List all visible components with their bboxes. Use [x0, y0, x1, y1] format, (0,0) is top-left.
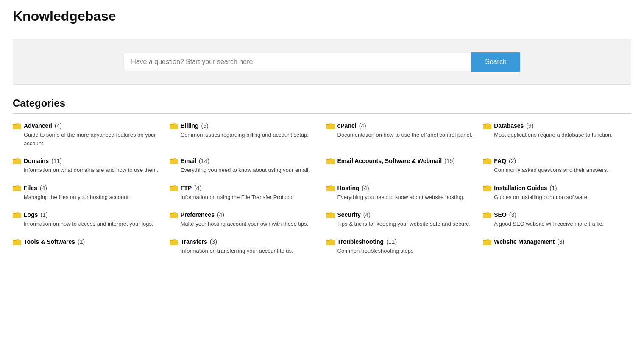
category-name: Email Accounts, Software & Webmail: [337, 158, 442, 164]
category-count: (11): [386, 238, 397, 245]
category-item: Troubleshooting (11) Common troubleshoot…: [326, 238, 475, 255]
category-link[interactable]: Logs: [24, 211, 38, 218]
category-desc: Guide to some of the more advanced featu…: [24, 131, 161, 147]
category-link[interactable]: Advanced: [24, 122, 52, 129]
category-count: (3): [210, 238, 217, 245]
category-title-row[interactable]: Installation Guides (1): [483, 185, 631, 191]
category-title-row[interactable]: SEO (3): [483, 211, 631, 218]
category-count: (3): [509, 211, 516, 218]
folder-icon: [13, 158, 21, 164]
category-title-row[interactable]: FAQ (2): [483, 158, 631, 164]
category-link[interactable]: Domains: [24, 158, 49, 164]
category-link[interactable]: Email Accounts, Software & Webmail: [337, 158, 442, 164]
svg-rect-89: [326, 213, 330, 214]
category-title-row[interactable]: Preferences (4): [170, 211, 318, 218]
category-desc: Tips & tricks for keeping your website s…: [337, 220, 475, 228]
category-count: (3): [557, 238, 564, 245]
category-link[interactable]: Tools & Softwares: [24, 238, 75, 245]
category-desc: Make your hosting account your own with …: [181, 220, 318, 228]
category-title-row[interactable]: Email Accounts, Software & Webmail (15): [326, 158, 475, 164]
category-count: (2): [509, 158, 516, 164]
category-count: (1): [78, 238, 85, 245]
categories-grid: Advanced (4) Guide to some of the more a…: [13, 122, 631, 265]
category-title-row[interactable]: FTP (4): [170, 185, 318, 191]
category-item: Advanced (4) Guide to some of the more a…: [13, 122, 161, 147]
category-link[interactable]: Preferences: [181, 211, 215, 218]
category-link[interactable]: Files: [24, 185, 37, 191]
category-link[interactable]: Billing: [181, 122, 199, 129]
category-link[interactable]: Website Management: [494, 238, 555, 245]
category-name: Domains: [24, 158, 49, 164]
category-title-row[interactable]: Website Management (3): [483, 238, 631, 245]
category-count: (4): [194, 185, 201, 191]
page-wrapper: Knowledgebase Search Categories Advanced…: [0, 0, 644, 274]
svg-rect-11: [170, 124, 173, 125]
svg-rect-35: [170, 159, 173, 160]
category-desc: Managing the files on your hosting accou…: [24, 193, 161, 202]
search-input[interactable]: [124, 53, 471, 71]
category-link[interactable]: Hosting: [337, 185, 360, 191]
category-item: Email Accounts, Software & Webmail (15): [326, 158, 475, 174]
category-link[interactable]: cPanel: [337, 122, 357, 129]
category-name: Billing: [181, 122, 199, 129]
category-name: Troubleshooting: [337, 238, 384, 245]
folder-icon: [326, 185, 335, 191]
category-link[interactable]: Transfers: [181, 238, 207, 245]
category-title-row[interactable]: Files (4): [13, 185, 161, 191]
folder-icon: [13, 122, 21, 129]
category-item: Files (4) Managing the files on your hos…: [13, 185, 161, 202]
category-desc: Information on using the File Transfer P…: [181, 193, 318, 202]
category-title-row[interactable]: Transfers (3): [170, 238, 318, 245]
category-desc: Everything you need to know about websit…: [337, 193, 475, 202]
category-link[interactable]: Email: [181, 158, 196, 164]
category-title-row[interactable]: Tools & Softwares (1): [13, 238, 161, 245]
category-count: (4): [217, 211, 224, 218]
category-title-row[interactable]: Domains (11): [13, 158, 161, 164]
category-name: Files: [24, 185, 37, 191]
category-link[interactable]: FAQ: [494, 158, 506, 164]
category-desc: Guides on installing common software.: [494, 193, 631, 202]
svg-rect-23: [483, 124, 486, 125]
category-name: Email: [181, 158, 196, 164]
category-title-row[interactable]: Troubleshooting (11): [326, 238, 475, 245]
svg-rect-119: [483, 240, 486, 241]
svg-rect-65: [326, 186, 330, 187]
category-title-row[interactable]: cPanel (4): [326, 122, 475, 129]
folder-icon: [13, 185, 21, 191]
category-item: Website Management (3): [483, 238, 631, 255]
category-title-row[interactable]: Email (14): [170, 158, 318, 164]
category-link[interactable]: Troubleshooting: [337, 238, 384, 245]
category-desc: Commonly asked questions and their answe…: [494, 166, 631, 174]
svg-rect-29: [13, 159, 16, 160]
category-item: Hosting (4) Everything you need to know …: [326, 185, 475, 202]
category-title-row[interactable]: Security (4): [326, 211, 475, 218]
category-count: (9): [526, 122, 533, 129]
category-title-row[interactable]: Advanced (4): [13, 122, 161, 129]
category-item: Email (14) Everything you need to know a…: [170, 158, 318, 174]
category-count: (1): [550, 185, 557, 191]
category-count: (4): [362, 185, 369, 191]
category-item: SEO (3) A good SEO website will receive …: [483, 211, 631, 228]
category-desc: Common issues regarding billing and acco…: [181, 131, 318, 139]
category-title-row[interactable]: Databases (9): [483, 122, 631, 129]
category-count: (4): [55, 122, 62, 129]
folder-icon: [326, 158, 335, 164]
category-link[interactable]: Databases: [494, 122, 524, 129]
category-link[interactable]: Installation Guides: [494, 185, 547, 191]
category-name: Transfers: [181, 238, 207, 245]
category-name: Security: [337, 211, 361, 218]
category-link[interactable]: Security: [337, 211, 361, 218]
category-name: FAQ: [494, 158, 506, 164]
category-title-row[interactable]: Logs (1): [13, 211, 161, 218]
category-title-row[interactable]: Hosting (4): [326, 185, 475, 191]
folder-icon: [170, 185, 178, 191]
search-button[interactable]: Search: [471, 52, 520, 72]
category-name: Hosting: [337, 185, 360, 191]
category-link[interactable]: SEO: [494, 211, 507, 218]
category-item: Security (4) Tips & tricks for keeping y…: [326, 211, 475, 228]
category-title-row[interactable]: Billing (5): [170, 122, 318, 129]
svg-rect-59: [170, 186, 173, 187]
category-desc: Information on transferring your account…: [181, 247, 318, 255]
svg-rect-47: [483, 159, 486, 160]
category-link[interactable]: FTP: [181, 185, 192, 191]
